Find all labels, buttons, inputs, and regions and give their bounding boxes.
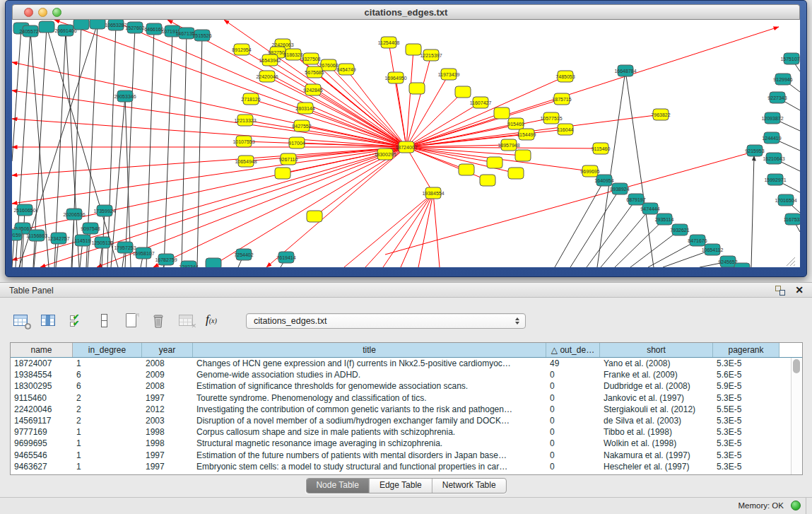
graph-edge[interactable] (224, 20, 406, 147)
graph-node[interactable]: 915469 (507, 118, 524, 129)
graph-node[interactable]: 1244419 (762, 132, 781, 144)
graph-node[interactable]: 20206536 (63, 209, 85, 220)
graph-node[interactable] (508, 168, 524, 179)
graph-node[interactable]: 16964950 (384, 72, 406, 83)
graph-node[interactable]: 8912954 (232, 44, 251, 55)
table-row[interactable]: 977716911998Corpus callosum shape and si… (11, 426, 802, 438)
select-rows-icon[interactable]: ✔ ✔ (68, 313, 86, 329)
scrollbar-thumb[interactable] (793, 359, 800, 373)
graph-node[interactable]: 7963822 (651, 109, 670, 120)
graph-edge[interactable] (401, 193, 433, 267)
graph-edge[interactable] (267, 76, 406, 147)
graph-node[interactable]: 7932621 (670, 224, 689, 235)
graph-node[interactable]: 10653287 (105, 20, 126, 30)
graph-node[interactable]: 6879197 (626, 194, 645, 205)
table-row[interactable]: 911546021997Tourette syndrome. Phenomeno… (11, 392, 802, 404)
graph-node[interactable]: 1292344 (179, 261, 198, 267)
graph-node[interactable]: 5675685 (305, 66, 324, 78)
graph-node[interactable]: 17359924 (93, 205, 115, 216)
graph-node[interactable]: 11254408 (378, 37, 400, 48)
graph-node[interactable]: 12342757 (47, 233, 69, 244)
graph-node[interactable] (515, 150, 531, 161)
graph-edge[interactable] (54, 30, 66, 267)
table-row[interactable]: 969969511998Structural magnetic resonanc… (11, 438, 802, 449)
graph-node[interactable]: 917004 (288, 137, 305, 148)
graph-edge[interactable] (406, 55, 431, 147)
graph-node[interactable]: 18957948 (498, 139, 519, 151)
network-canvas[interactable]: 2405572420691406106532871527602646616010… (12, 20, 800, 267)
graph-edge[interactable] (751, 156, 754, 267)
graph-node[interactable]: 12213323 (234, 115, 256, 126)
delete-table-icon[interactable] (151, 313, 169, 329)
graph-edge[interactable] (587, 199, 636, 267)
graph-node[interactable]: 22420046 (256, 71, 278, 82)
graph-edge[interactable] (406, 147, 495, 163)
graph-node[interactable]: 16782759 (155, 254, 177, 265)
graph-edge[interactable] (164, 31, 172, 267)
table-row[interactable]: 946554611997Estimation of the future num… (11, 450, 802, 461)
row-height-icon[interactable] (95, 313, 114, 329)
table-row[interactable]: 1872400712008Changes of HCN gene express… (11, 358, 802, 369)
graph-node[interactable]: 1640954 (594, 175, 613, 186)
graph-node[interactable] (90, 20, 105, 29)
graph-node[interactable]: 9227343 (767, 92, 787, 103)
graph-node[interactable]: 9215953 (745, 145, 764, 156)
graph-node[interactable]: 12505135 (91, 237, 113, 248)
graph-node[interactable]: 1875715 (552, 93, 571, 105)
graph-node[interactable]: 11156863 (26, 230, 47, 241)
graph-node[interactable]: 18724007 (395, 141, 417, 153)
graph-node[interactable]: 9267110 (279, 153, 298, 165)
graph-edge[interactable] (625, 71, 654, 267)
graph-node[interactable] (275, 168, 290, 179)
graph-edge[interactable] (71, 214, 74, 267)
graph-node[interactable] (455, 86, 471, 98)
graph-node[interactable]: 24055724 (19, 25, 41, 37)
function-builder-icon[interactable]: f(x) (206, 313, 227, 329)
table-row[interactable]: 2242004622012Investigating the contribut… (11, 404, 802, 415)
table-row[interactable]: 1456911722003Disruption of a novel membe… (11, 415, 802, 426)
graph-edge[interactable] (433, 193, 440, 267)
graph-node[interactable]: 18300295 (374, 148, 396, 160)
float-window-icon[interactable] (775, 286, 785, 296)
graph-node[interactable]: 39159 (12, 229, 22, 240)
tab-network-table[interactable]: Network Table (432, 479, 506, 493)
graph-node[interactable]: 2718126 (241, 93, 260, 105)
graph-edge[interactable] (251, 99, 406, 147)
graph-edge[interactable] (406, 49, 413, 147)
graph-node[interactable]: 8427552 (292, 120, 311, 132)
graph-node[interactable]: 2935114 (655, 214, 674, 225)
graph-node[interactable]: 15992971 (764, 174, 786, 185)
graph-edge[interactable] (197, 35, 202, 267)
delete-column-icon[interactable]: ✕ (178, 313, 196, 329)
graph-edge[interactable] (406, 92, 463, 147)
create-table-icon[interactable] (123, 313, 141, 329)
graph-node[interactable]: 8454749 (336, 64, 355, 75)
graph-node[interactable] (73, 20, 89, 30)
column-header-out_de[interactable]: △ out_de… (546, 343, 600, 357)
graph-edge[interactable] (365, 193, 433, 267)
graph-node[interactable]: 16958107 (132, 247, 154, 259)
graph-node[interactable]: 16648784 (614, 65, 636, 76)
graph-node[interactable]: 16210643 (763, 153, 784, 164)
network-graph-svg[interactable]: 2405572420691406106532871527602646616010… (12, 20, 800, 267)
graph-node[interactable]: 7485053 (555, 71, 575, 82)
graph-node[interactable]: 19384554 (422, 187, 444, 199)
graph-node[interactable]: 10577515 (540, 112, 562, 124)
table-selector-dropdown[interactable]: citations_edges.txt (246, 313, 526, 329)
graph-edge[interactable] (406, 147, 433, 193)
graph-node[interactable] (459, 164, 474, 175)
graph-node[interactable] (480, 175, 495, 186)
graph-node[interactable]: 8186328 (283, 49, 302, 60)
graph-node[interactable] (406, 44, 421, 55)
graph-edge[interactable] (406, 76, 565, 147)
graph-edge[interactable] (12, 147, 406, 175)
graph-node[interactable]: 10107553 (233, 136, 254, 147)
graph-node[interactable] (487, 157, 502, 168)
graph-edge[interactable] (66, 30, 79, 267)
graph-node[interactable]: 9097548 (81, 223, 100, 234)
close-panel-icon[interactable]: ✕ (795, 284, 804, 296)
graph-edge[interactable] (40, 147, 406, 267)
graph-edge[interactable] (12, 147, 406, 260)
column-header-short[interactable]: short (600, 343, 713, 357)
table-row[interactable]: 1938455462009Genome-wide association stu… (11, 369, 802, 380)
